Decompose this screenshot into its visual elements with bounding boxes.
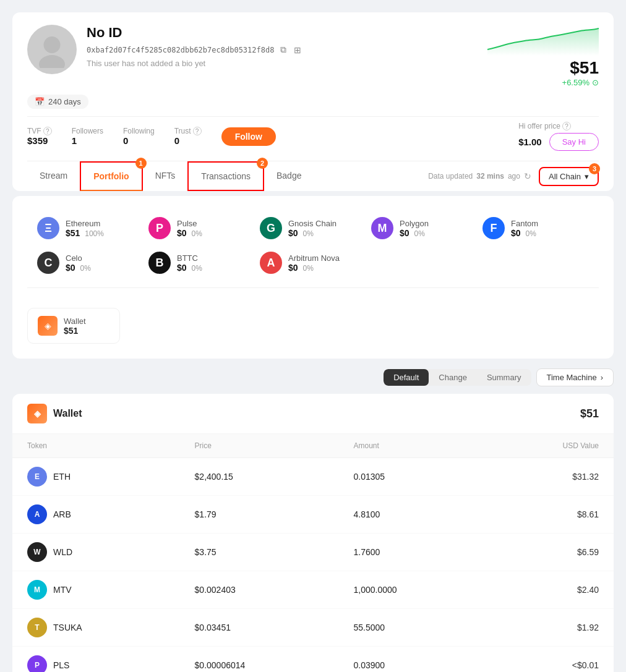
hi-offer-info-icon[interactable]: ? [562,122,571,130]
chain-icon: F [482,217,505,239]
tab-portfolio[interactable]: Portfolio [80,161,143,191]
chain-pct: 0% [80,264,90,273]
refresh-icon[interactable]: ↻ [524,171,531,181]
table-row[interactable]: M MTV $0.002403 1,000.0000 $2.40 [12,571,614,609]
days-badge: 📅 240 days [27,95,88,109]
view-change-button[interactable]: Change [429,369,477,386]
token-amount: 4.8100 [338,496,483,534]
profile-top: No ID 0xbaf2d07fc4f5285c082dbb62b7ec8db0… [27,25,599,87]
token-price: $1.79 [180,496,339,534]
tab-stream[interactable]: Stream [27,162,80,190]
profile-name: No ID [87,25,478,41]
chain-item[interactable]: F Fantom $0 0% [473,211,584,245]
stats-row: TVF ? $359 Followers 1 Following 0 Trust… [27,116,599,156]
token-amount: 1.7600 [338,534,483,571]
token-symbol: PLS [53,660,69,670]
wallet-mini-card[interactable]: ◈ Wallet $51 [27,308,120,344]
stat-trust: Trust ? 0 [174,127,202,146]
token-amount: 1,000.0000 [338,571,483,609]
token-icon: A [27,504,47,524]
view-summary-button[interactable]: Summary [477,369,531,386]
chain-name: Ethereum [66,219,104,228]
chain-item[interactable]: B BTTC $0 0% [139,245,250,280]
time-machine-button[interactable]: Time Machine › [536,368,614,386]
chain-name: Gnosis Chain [288,219,337,228]
token-symbol: MTV [53,585,72,595]
chain-item[interactable]: C Celo $0 0% [27,245,139,280]
chain-pct: 0% [414,229,424,238]
token-usd-value: $8.61 [483,496,614,534]
token-usd-value: $6.59 [483,534,614,571]
token-price: $0.00006014 [180,647,339,673]
token-amount: 0.01305 [338,458,483,496]
wallet-section: ◈ Wallet $51 Token Price Amount USD Valu… [12,394,614,672]
chain-icon: Ξ [37,217,59,239]
copy-address-button[interactable]: ⧉ [279,43,288,56]
chain-icon: A [260,252,282,274]
view-default-button[interactable]: Default [384,369,429,386]
hi-offer-value: $1.00 [518,137,542,147]
token-table-header-row: Token Price Amount USD Value [12,434,614,458]
token-table-body: E ETH $2,400.15 0.01305 $31.32 A ARB $1.… [12,458,614,673]
chain-value: $0 [177,263,187,273]
days-text: 240 days [48,97,81,106]
profile-bio: This user has not added a bio yet [87,59,478,68]
chain-info: Celo $0 0% [66,253,91,273]
chain-name: Fantom [511,219,538,228]
trust-value: 0 [174,135,202,146]
page-container: No ID 0xbaf2d07fc4f5285c082dbb62b7ec8db0… [0,0,626,672]
wallet-mini-icon: ◈ [38,316,58,336]
qr-address-button[interactable]: ⊞ [293,44,302,56]
wallet-header: ◈ Wallet $51 [12,394,614,434]
chain-value: $51 [66,228,80,238]
circle-check-icon: ⊙ [592,78,599,87]
wallet-mini-value: $51 [64,326,86,336]
svg-point-1 [39,55,65,68]
profile-info: No ID 0xbaf2d07fc4f5285c082dbb62b7ec8db0… [87,25,478,68]
trust-info-icon[interactable]: ? [193,127,202,135]
avatar [27,25,77,74]
svg-point-0 [44,36,61,53]
chain-value: $0 [511,228,521,238]
chain-item[interactable]: A Arbitrum Nova $0 0% [250,245,361,280]
chain-item[interactable]: Ξ Ethereum $51 100% [27,211,139,245]
token-amount: 55.5000 [338,609,483,647]
chain-name: Polygon [400,219,429,228]
time-machine-label: Time Machine [547,373,597,382]
chain-item[interactable]: G Gnosis Chain $0 0% [250,211,361,245]
say-hi-button[interactable]: Say Hi [549,133,599,151]
tab-nfts[interactable]: NFTs [143,162,188,190]
token-price: $2,400.15 [180,458,339,496]
chevron-right-icon: › [601,373,603,382]
portfolio-chart [487,25,599,56]
token-price: $0.03451 [180,609,339,647]
token-icon: W [27,542,47,562]
table-row[interactable]: T TSUKA $0.03451 55.5000 $1.92 [12,609,614,647]
chain-item[interactable]: M Polygon $0 0% [361,211,473,245]
token-symbol: WLD [53,547,72,557]
chain-icon: B [148,252,171,274]
wallet-title: ◈ Wallet [27,404,82,423]
token-icon: M [27,580,47,600]
chain-value: $0 [288,228,298,238]
token-amount: 0.03900 [338,647,483,673]
portfolio-change: +6.59% ⊙ [487,78,599,87]
table-row[interactable]: W WLD $3.75 1.7600 $6.59 [12,534,614,571]
table-row[interactable]: A ARB $1.79 4.8100 $8.61 [12,496,614,534]
chain-item[interactable]: P Pulse $0 0% [139,211,250,245]
portfolio-value-section: $51 +6.59% ⊙ [487,25,599,87]
address-text: 0xbaf2d07fc4f5285c082dbb62b7ec8db05312f8… [87,46,274,54]
tvf-info-icon[interactable]: ? [43,127,52,135]
chain-info: Fantom $0 0% [511,219,538,238]
data-updated: Data updated 32 mins ago ↻ [428,171,531,181]
table-row[interactable]: E ETH $2,400.15 0.01305 $31.32 [12,458,614,496]
chain-value: $0 [66,263,75,273]
followers-label: Followers [72,127,103,135]
follow-button[interactable]: Follow [221,127,276,146]
wallet-mini-label: Wallet [64,317,86,326]
tab-badge[interactable]: Badge [264,162,314,190]
stat-tvf: TVF ? $359 [27,127,52,146]
tab-transactions[interactable]: Transactions [187,161,264,191]
table-row[interactable]: P PLS $0.00006014 0.03900 <$0.01 [12,647,614,673]
chain-name: Arbitrum Nova [288,253,340,263]
